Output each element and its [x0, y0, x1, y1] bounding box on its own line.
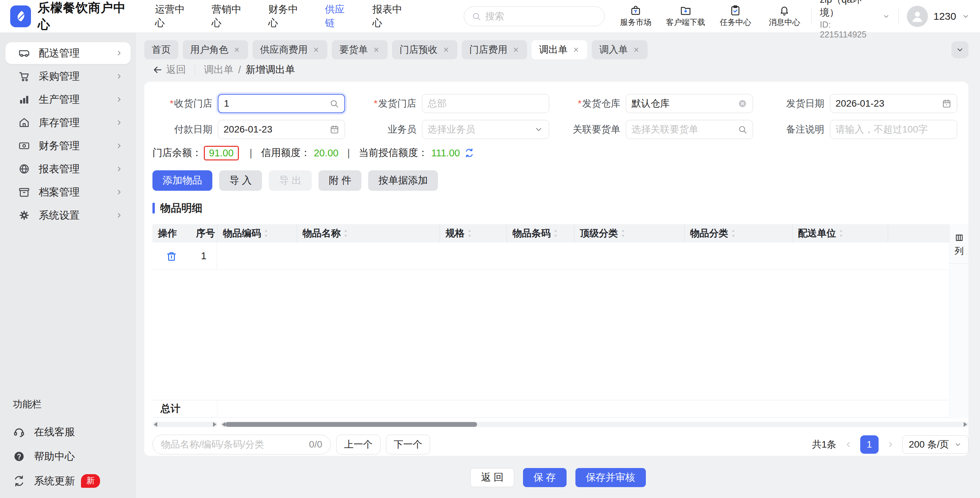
sort-icon[interactable] — [263, 228, 269, 238]
search-icon[interactable] — [329, 99, 339, 109]
send-date-picker[interactable] — [830, 94, 957, 113]
global-search-input[interactable] — [485, 11, 587, 22]
online-support-button[interactable]: 在线客服 — [0, 420, 136, 444]
main-horizontal-scrollbar[interactable] — [221, 422, 969, 427]
col-header-item-category[interactable]: 物品分类 — [684, 224, 792, 243]
message-center-button[interactable]: 消息中心 — [765, 5, 803, 27]
scroll-right-arrow[interactable] — [213, 422, 216, 427]
save-and-audit-button[interactable]: 保存并审核 — [576, 468, 646, 487]
sidebar-item-reports[interactable]: 报表管理 — [5, 158, 130, 180]
scrollbar-thumb[interactable] — [225, 422, 477, 427]
close-icon[interactable] — [572, 46, 580, 53]
remark-input[interactable] — [836, 124, 951, 135]
account-menu[interactable]: zlp（qa环境） ID: 2215114925 — [820, 0, 890, 40]
nav-finance-center[interactable]: 财务中心 — [269, 3, 305, 30]
back-link[interactable]: 返回 — [153, 63, 186, 77]
sidebar-item-purchase[interactable]: 采购管理 — [5, 65, 130, 87]
next-page-icon[interactable] — [886, 440, 895, 449]
row-item-code[interactable] — [217, 243, 297, 270]
close-icon[interactable] — [372, 46, 380, 53]
briefcase-icon — [630, 5, 641, 16]
clear-icon[interactable] — [738, 99, 747, 109]
import-button[interactable]: 导 入 — [219, 170, 262, 191]
nav-supply-chain[interactable]: 供应链 — [325, 3, 353, 30]
row-item-name[interactable] — [297, 243, 440, 270]
nav-operation-center[interactable]: 运营中心 — [155, 3, 192, 30]
tab-store-precollect[interactable]: 门店预收 — [392, 40, 457, 59]
related-order-select[interactable] — [626, 120, 753, 139]
send-date-input[interactable] — [836, 98, 939, 109]
tab-user-roles[interactable]: 用户角色 — [183, 40, 248, 59]
scroll-left-arrow[interactable] — [222, 422, 225, 427]
scroll-left-arrow[interactable] — [154, 422, 157, 427]
sort-icon[interactable] — [620, 228, 626, 238]
breadcrumb-parent[interactable]: 调出单 — [204, 63, 234, 77]
service-market-button[interactable]: 服务市场 — [617, 5, 654, 27]
col-header-delivery-unit[interactable]: 配送单位 — [792, 224, 888, 243]
store-menu[interactable]: 1230 — [907, 6, 970, 27]
tab-supplier-fees[interactable]: 供应商费用 — [253, 40, 327, 59]
close-icon[interactable] — [442, 46, 450, 53]
add-item-button[interactable]: 添加物品 — [153, 170, 212, 191]
sort-icon[interactable] — [730, 228, 737, 238]
tab-collapse-button[interactable] — [951, 41, 969, 58]
brand-logo[interactable] — [10, 5, 31, 27]
page-number-button[interactable]: 1 — [860, 435, 878, 454]
sidebar-item-delivery[interactable]: 配送管理 — [5, 42, 130, 64]
previous-item-button[interactable]: 上一个 — [336, 435, 380, 454]
attachment-button[interactable]: 附 件 — [318, 170, 361, 191]
sort-icon[interactable] — [838, 228, 844, 238]
item-filter-input[interactable] — [161, 439, 305, 450]
col-header-item-name[interactable]: 物品名称 — [297, 224, 440, 243]
send-store-input[interactable] — [428, 98, 543, 109]
tab-transfer-in[interactable]: 调入单 — [592, 40, 648, 59]
col-header-top-category[interactable]: 顶级分类 — [574, 224, 684, 243]
delete-row-icon[interactable] — [166, 251, 177, 262]
tab-store-fees[interactable]: 门店费用 — [462, 40, 527, 59]
sort-icon[interactable] — [343, 228, 349, 238]
nav-report-center[interactable]: 报表中心 — [372, 3, 409, 30]
sidebar-item-settings[interactable]: 系统设置 — [5, 204, 130, 226]
refresh-credit-icon[interactable] — [464, 148, 474, 158]
sort-icon[interactable] — [553, 228, 559, 238]
tab-home[interactable]: 首页 — [144, 40, 178, 59]
page-size-select[interactable]: 200 条/页 — [902, 435, 969, 454]
salesman-select[interactable] — [422, 120, 549, 139]
tab-transfer-out[interactable]: 调出单 — [531, 40, 587, 59]
nav-marketing-center[interactable]: 营销中心 — [212, 3, 248, 30]
client-download-button[interactable]: 客户端下载 — [666, 5, 705, 27]
fixed-columns-scrollbar[interactable] — [153, 422, 218, 427]
close-icon[interactable] — [512, 46, 520, 53]
col-header-item-code[interactable]: 物品编码 — [217, 224, 297, 243]
prev-page-icon[interactable] — [844, 440, 853, 449]
send-warehouse-select-box[interactable] — [626, 94, 753, 113]
return-button[interactable]: 返 回 — [470, 468, 514, 487]
close-icon[interactable] — [633, 46, 640, 53]
system-update-button[interactable]: 系统更新 新 — [0, 469, 136, 493]
tab-requisition[interactable]: 要货单 — [332, 40, 388, 59]
export-button[interactable]: 导 出 — [269, 170, 312, 191]
column-settings-button[interactable]: 列 — [950, 224, 969, 263]
col-header-barcode[interactable]: 物品条码 — [507, 224, 574, 243]
related-order-input[interactable] — [632, 124, 735, 135]
sort-icon[interactable] — [466, 228, 473, 238]
salesman-input[interactable] — [428, 124, 531, 135]
help-center-button[interactable]: 帮助中心 — [0, 444, 136, 469]
save-button[interactable]: 保 存 — [523, 468, 566, 487]
scroll-right-arrow[interactable] — [964, 422, 967, 427]
pay-date-picker[interactable] — [218, 120, 345, 139]
close-icon[interactable] — [312, 46, 320, 53]
close-icon[interactable] — [233, 46, 240, 53]
send-warehouse-input[interactable] — [632, 98, 735, 109]
col-header-spec[interactable]: 规格 — [440, 224, 507, 243]
pay-date-input[interactable] — [224, 124, 327, 135]
sidebar-item-production[interactable]: 生产管理 — [5, 89, 130, 110]
receive-store-input[interactable] — [224, 98, 327, 109]
task-center-button[interactable]: 任务中心 — [717, 5, 754, 27]
sidebar-item-finance[interactable]: 财务管理 — [5, 135, 130, 157]
sidebar-item-inventory[interactable]: 库存管理 — [5, 112, 130, 134]
add-by-document-button[interactable]: 按单据添加 — [368, 170, 438, 191]
global-search[interactable] — [464, 6, 605, 26]
sidebar-item-archives[interactable]: 档案管理 — [5, 181, 130, 203]
next-item-button[interactable]: 下一个 — [386, 435, 430, 454]
